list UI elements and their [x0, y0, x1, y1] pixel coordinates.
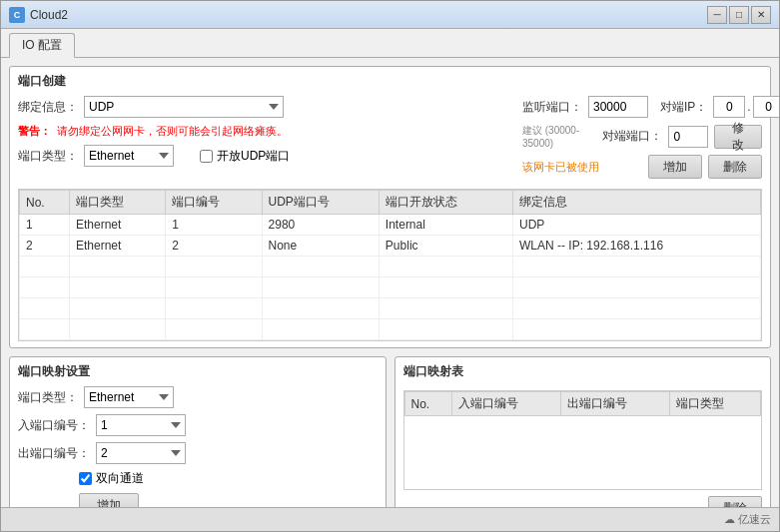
add-port-button[interactable]: 增加	[648, 155, 702, 179]
map-col-no: No.	[404, 392, 451, 416]
ip-field-1[interactable]	[713, 96, 745, 118]
table-row-empty	[20, 319, 761, 340]
main-window: C Cloud2 ─ □ ✕ IO 配置 端口创建 绑定信息：	[0, 0, 780, 532]
port-create-left: 绑定信息： UDP 警告： 请勿绑定公网网卡，否则可能会引起网络瘫痪。 端口类型…	[18, 96, 512, 185]
table-row-empty	[20, 277, 761, 298]
listen-port-input[interactable]	[588, 96, 648, 118]
mapping-settings-title: 端口映射设置	[18, 363, 378, 380]
brand-label: ☁ 亿速云	[724, 512, 771, 527]
mapping-type-select[interactable]: Ethernet	[84, 386, 174, 408]
app-icon: C	[9, 7, 25, 23]
bind-info-row: 绑定信息： UDP	[18, 96, 512, 118]
out-port-row: 出端口编号： 2	[18, 442, 378, 464]
remote-port-label: 对端端口：	[602, 128, 662, 145]
col-bind: 绑定信息	[513, 191, 761, 215]
bidirectional-label: 双向通道	[96, 470, 144, 487]
in-port-row: 入端口编号： 1	[18, 414, 378, 436]
bottom-sections: 端口映射设置 端口类型： Ethernet 入端口编号： 1 出端口编号：	[9, 356, 771, 507]
window-title: Cloud2	[30, 8, 707, 22]
tab-bar: IO 配置	[1, 29, 779, 58]
remote-ip-label: 对端IP：	[660, 99, 707, 116]
title-bar: C Cloud2 ─ □ ✕	[1, 1, 779, 29]
listen-port-label: 监听端口：	[522, 99, 582, 116]
port-create-right: 监听端口： 对端IP： . . .	[522, 96, 762, 185]
open-udp-label: 开放UDP端口	[217, 148, 290, 165]
modify-button[interactable]: 修改	[714, 125, 762, 149]
bidirectional-row: 双向通道	[18, 470, 378, 487]
bind-info-select[interactable]: UDP	[84, 96, 284, 118]
warning-text: 请勿绑定公网网卡，否则可能会引起网络瘫痪。	[57, 124, 288, 139]
footer-bar: ☁ 亿速云	[1, 507, 779, 531]
bind-info-label: 绑定信息：	[18, 99, 78, 116]
port-mapping-settings-section: 端口映射设置 端口类型： Ethernet 入端口编号： 1 出端口编号：	[9, 356, 387, 507]
close-button[interactable]: ✕	[751, 6, 771, 24]
mapping-table-footer: 删除	[403, 496, 763, 507]
col-status: 端口开放状态	[379, 191, 512, 215]
in-port-select[interactable]: 1	[96, 414, 186, 436]
map-col-type: 端口类型	[669, 392, 760, 416]
port-create-section: 端口创建 绑定信息： UDP 警告： 请勿绑定公网网卡，否则可能会引起网络	[9, 66, 771, 348]
table-row[interactable]: 1 Ethernet 1 2980 Internal UDP	[20, 215, 761, 236]
warning-label: 警告：	[18, 124, 51, 139]
port-type-label: 端口类型：	[18, 148, 78, 165]
maximize-button[interactable]: □	[729, 6, 749, 24]
mapping-type-row: 端口类型： Ethernet	[18, 386, 378, 408]
delete-port-button[interactable]: 删除	[708, 155, 762, 179]
open-udp-checkbox-row[interactable]: 开放UDP端口	[200, 148, 290, 165]
table-row-empty	[20, 257, 761, 277]
warning-row: 警告： 请勿绑定公网网卡，否则可能会引起网络瘫痪。	[18, 124, 512, 139]
mapping-table-header: 端口映射表	[403, 363, 763, 386]
mapping-delete-button[interactable]: 删除	[708, 496, 762, 507]
col-number: 端口编号	[166, 191, 262, 215]
remote-ip-inputs: . . .	[713, 96, 779, 118]
mapping-add-button[interactable]: 增加	[79, 493, 139, 507]
port-table: No. 端口类型 端口编号 UDP端口号 端口开放状态 绑定信息 1 Ether…	[19, 190, 761, 340]
in-port-label: 入端口编号：	[18, 417, 90, 434]
map-col-in: 入端口编号	[451, 392, 560, 416]
used-badge: 该网卡已被使用	[522, 160, 599, 175]
col-udp: UDP端口号	[262, 191, 379, 215]
mapping-type-label: 端口类型：	[18, 389, 78, 406]
mapping-add-row: 增加	[18, 493, 378, 507]
out-port-label: 出端口编号：	[18, 445, 90, 462]
remote-port-row: 建议 (30000-35000) 对端端口： 修改	[522, 124, 762, 149]
ip-field-2[interactable]	[753, 96, 779, 118]
action-row: 该网卡已被使用 增加 删除	[522, 155, 762, 179]
tab-io[interactable]: IO 配置	[9, 33, 75, 58]
table-row[interactable]: 2 Ethernet 2 None Public WLAN -- IP: 192…	[20, 236, 761, 257]
mapping-table: No. 入端口编号 出端口编号 端口类型	[404, 391, 762, 416]
suggest-text: 建议 (30000-35000)	[522, 124, 586, 149]
port-table-container: No. 端口类型 端口编号 UDP端口号 端口开放状态 绑定信息 1 Ether…	[18, 189, 762, 341]
window-controls: ─ □ ✕	[707, 6, 771, 24]
col-type: 端口类型	[70, 191, 166, 215]
port-mapping-table-section: 端口映射表 No. 入端口编号 出端口编号 端口类型	[394, 356, 772, 507]
port-create-title: 端口创建	[18, 73, 762, 90]
table-row-empty	[20, 298, 761, 319]
bidirectional-checkbox-row[interactable]: 双向通道	[79, 470, 144, 487]
mapping-table-title: 端口映射表	[403, 363, 463, 380]
mapping-table-container: No. 入端口编号 出端口编号 端口类型	[403, 390, 763, 490]
open-udp-checkbox[interactable]	[200, 150, 213, 163]
port-type-row: 端口类型： Ethernet 开放UDP端口	[18, 145, 512, 167]
col-no: No.	[20, 191, 70, 215]
map-col-out: 出端口编号	[560, 392, 669, 416]
minimize-button[interactable]: ─	[707, 6, 727, 24]
remote-port-input[interactable]	[668, 126, 708, 148]
bidirectional-checkbox[interactable]	[79, 472, 92, 485]
listen-port-row: 监听端口： 对端IP： . . .	[522, 96, 762, 118]
main-content: 端口创建 绑定信息： UDP 警告： 请勿绑定公网网卡，否则可能会引起网络	[1, 58, 779, 507]
out-port-select[interactable]: 2	[96, 442, 186, 464]
port-type-select[interactable]: Ethernet	[84, 145, 174, 167]
